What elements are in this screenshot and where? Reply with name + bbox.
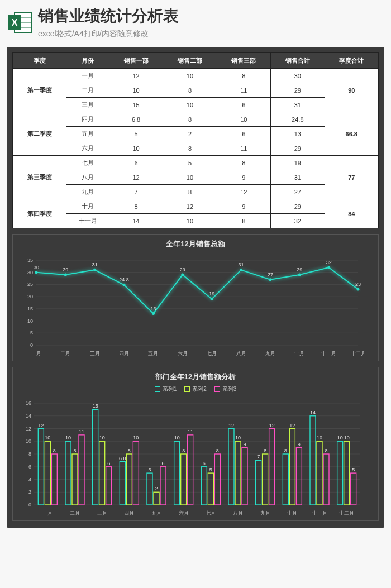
svg-text:24.8: 24.8 xyxy=(119,277,129,283)
quarter-total: 77 xyxy=(325,156,378,199)
page-title: 销售业绩统计分析表 xyxy=(38,6,384,27)
svg-point-36 xyxy=(240,269,242,271)
cell: 30 xyxy=(271,69,325,83)
quarter-cell: 第四季度 xyxy=(13,199,66,228)
cell: 10 xyxy=(109,141,163,156)
excel-icon: X xyxy=(7,9,34,36)
svg-text:八月: 八月 xyxy=(233,510,243,516)
cell: 32 xyxy=(271,214,325,228)
svg-text:0: 0 xyxy=(30,342,33,348)
svg-text:二月: 二月 xyxy=(60,351,70,356)
cell: 六月 xyxy=(66,141,109,156)
svg-text:6: 6 xyxy=(28,464,31,470)
svg-text:X: X xyxy=(12,18,18,27)
table-row: 三月1510631 xyxy=(13,98,379,112)
cell: 9 xyxy=(217,199,270,214)
svg-text:35: 35 xyxy=(27,257,33,263)
svg-text:15: 15 xyxy=(27,306,33,312)
svg-text:0: 0 xyxy=(28,502,31,508)
svg-text:10: 10 xyxy=(27,318,33,324)
svg-rect-98 xyxy=(133,441,139,505)
svg-rect-112 xyxy=(201,467,207,505)
cell: 五月 xyxy=(66,127,109,141)
cell: 8 xyxy=(217,156,270,170)
svg-text:10: 10 xyxy=(344,435,350,441)
svg-rect-138 xyxy=(317,441,322,505)
cell: 11 xyxy=(217,83,270,98)
cell: 15 xyxy=(109,98,163,112)
quarter-cell: 第二季度 xyxy=(13,112,66,156)
svg-rect-94 xyxy=(120,462,125,505)
svg-text:三月: 三月 xyxy=(97,510,107,516)
col-header: 销售合计 xyxy=(271,53,325,69)
legend-item: 系列2 xyxy=(184,385,207,393)
quarter-total: 66.8 xyxy=(325,112,378,156)
svg-text:11: 11 xyxy=(79,429,84,434)
cell: 12 xyxy=(163,199,217,214)
svg-text:10: 10 xyxy=(235,435,241,441)
svg-text:11: 11 xyxy=(188,429,193,434)
cell: 8 xyxy=(163,141,217,156)
line-chart: 全年12月销售总额 0510152025303530293124.8132919… xyxy=(12,234,379,361)
svg-text:十二月: 十二月 xyxy=(351,351,364,356)
svg-rect-90 xyxy=(99,441,105,505)
svg-text:十月: 十月 xyxy=(294,351,304,356)
svg-rect-86 xyxy=(79,435,84,505)
col-header: 季度合计 xyxy=(325,53,378,69)
svg-text:20: 20 xyxy=(27,294,33,299)
cell: 8 xyxy=(109,199,163,214)
svg-text:25: 25 xyxy=(27,281,33,287)
svg-rect-82 xyxy=(65,441,71,505)
svg-point-32 xyxy=(181,274,184,276)
svg-text:六月: 六月 xyxy=(178,351,188,356)
svg-point-34 xyxy=(211,298,213,300)
svg-text:8: 8 xyxy=(284,448,287,453)
svg-text:9: 9 xyxy=(298,442,301,447)
cell: 8 xyxy=(163,112,217,127)
svg-text:19: 19 xyxy=(209,291,214,297)
header: X 销售业绩统计分析表 excel格式/A4打印/内容随意修改 xyxy=(7,6,384,39)
svg-text:九月: 九月 xyxy=(265,351,275,356)
cell: 5 xyxy=(163,156,217,170)
svg-text:十二月: 十二月 xyxy=(339,510,354,516)
svg-text:23: 23 xyxy=(355,281,361,287)
svg-text:九月: 九月 xyxy=(260,510,270,516)
svg-text:十一月: 十一月 xyxy=(312,510,327,516)
svg-text:14: 14 xyxy=(26,413,31,419)
svg-text:32: 32 xyxy=(326,260,332,265)
svg-text:6: 6 xyxy=(161,461,164,466)
table-row: 九月781227 xyxy=(13,185,379,199)
svg-text:8: 8 xyxy=(73,448,76,453)
svg-text:10: 10 xyxy=(45,435,50,441)
cell: 8 xyxy=(163,185,217,199)
svg-point-44 xyxy=(357,288,360,291)
svg-text:8: 8 xyxy=(264,448,266,453)
col-header: 销售二部 xyxy=(163,53,217,69)
svg-rect-102 xyxy=(154,492,159,505)
svg-text:5: 5 xyxy=(148,467,151,472)
svg-text:30: 30 xyxy=(34,265,39,270)
svg-text:8: 8 xyxy=(325,448,327,453)
svg-text:8: 8 xyxy=(53,448,56,453)
cell: 七月 xyxy=(66,156,109,170)
cell: 31 xyxy=(271,98,325,112)
col-header: 销售三部 xyxy=(217,53,270,69)
cell: 6.8 xyxy=(109,112,163,127)
svg-text:十一月: 十一月 xyxy=(321,351,336,356)
svg-text:6: 6 xyxy=(203,461,206,466)
svg-rect-100 xyxy=(147,473,152,505)
svg-text:12: 12 xyxy=(269,423,275,428)
svg-text:27: 27 xyxy=(268,272,273,278)
cell: 12 xyxy=(217,185,270,199)
legend-item: 系列3 xyxy=(214,385,237,393)
svg-text:12: 12 xyxy=(26,426,31,432)
svg-rect-124 xyxy=(256,460,261,505)
chart-title: 全年12月销售总额 xyxy=(17,239,374,249)
cell: 二月 xyxy=(66,83,109,98)
cell: 10 xyxy=(109,83,163,98)
svg-rect-136 xyxy=(310,416,316,505)
svg-text:12: 12 xyxy=(228,423,234,428)
table-row: 第三季度七月6581977 xyxy=(13,156,379,170)
svg-text:14: 14 xyxy=(310,410,316,415)
sheet: 季度月份销售一部销售二部销售三部销售合计季度合计 第一季度一月121083090… xyxy=(7,47,384,528)
